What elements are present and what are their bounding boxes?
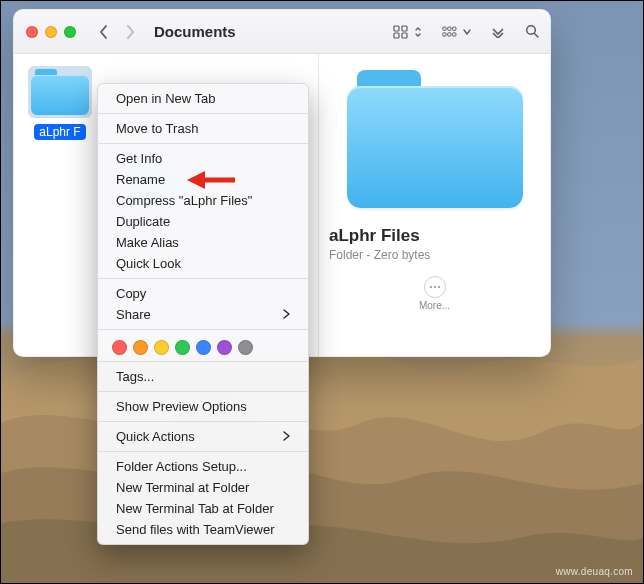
svg-point-12 bbox=[430, 286, 432, 288]
more-label: More... bbox=[419, 300, 450, 311]
fullscreen-window-button[interactable] bbox=[64, 26, 76, 38]
svg-rect-5 bbox=[448, 27, 451, 30]
svg-rect-0 bbox=[394, 26, 399, 31]
titlebar: Documents bbox=[14, 10, 550, 54]
svg-rect-8 bbox=[448, 32, 451, 35]
preview-title: aLphr Files bbox=[329, 226, 550, 246]
menu-item-show-preview-options[interactable]: Show Preview Options bbox=[98, 396, 308, 417]
preview-folder-icon bbox=[347, 70, 523, 208]
menu-item-make-alias[interactable]: Make Alias bbox=[98, 232, 308, 253]
svg-rect-4 bbox=[443, 27, 446, 30]
menu-item-copy[interactable]: Copy bbox=[98, 283, 308, 304]
svg-rect-3 bbox=[402, 33, 407, 38]
minimize-window-button[interactable] bbox=[45, 26, 57, 38]
chevron-right-icon bbox=[283, 307, 290, 322]
menu-item-label: Send files with TeamViewer bbox=[116, 522, 275, 537]
updown-icon bbox=[414, 26, 422, 38]
chevron-right-icon bbox=[283, 429, 290, 444]
menu-item-label: Folder Actions Setup... bbox=[116, 459, 247, 474]
toolbar-overflow-button[interactable] bbox=[491, 26, 505, 38]
menu-item-label: Make Alias bbox=[116, 235, 179, 250]
menu-item-rename[interactable]: Rename bbox=[98, 169, 308, 190]
preview-pane: aLphr Files Folder - Zero bytes More... bbox=[319, 54, 550, 356]
more-actions-button[interactable]: More... bbox=[415, 276, 455, 311]
menu-item-new-terminal-tab-at-folder[interactable]: New Terminal Tab at Folder bbox=[98, 498, 308, 519]
preview-subtitle: Folder - Zero bytes bbox=[329, 248, 550, 262]
menu-item-label: Compress "aLphr Files" bbox=[116, 193, 252, 208]
chevron-down-icon bbox=[463, 28, 471, 36]
tag-color-dot[interactable] bbox=[112, 340, 127, 355]
nav-back-button[interactable] bbox=[98, 25, 110, 39]
svg-rect-7 bbox=[443, 32, 446, 35]
tag-color-dot[interactable] bbox=[175, 340, 190, 355]
menu-item-label: Share bbox=[116, 307, 151, 322]
close-window-button[interactable] bbox=[26, 26, 38, 38]
menu-item-get-info[interactable]: Get Info bbox=[98, 148, 308, 169]
menu-item-share[interactable]: Share bbox=[98, 304, 308, 325]
svg-point-13 bbox=[434, 286, 436, 288]
window-title: Documents bbox=[154, 23, 393, 40]
tag-color-dot[interactable] bbox=[154, 340, 169, 355]
tag-color-dot[interactable] bbox=[196, 340, 211, 355]
folder-icon bbox=[31, 69, 89, 115]
context-menu: Open in New TabMove to TrashGet InfoRena… bbox=[97, 83, 309, 545]
menu-item-label: Quick Actions bbox=[116, 429, 195, 444]
menu-item-label: New Terminal Tab at Folder bbox=[116, 501, 274, 516]
view-mode-button[interactable] bbox=[393, 25, 422, 39]
menu-item-label: Rename bbox=[116, 172, 165, 187]
group-by-button[interactable] bbox=[442, 25, 471, 39]
menu-item-open-in-new-tab[interactable]: Open in New Tab bbox=[98, 88, 308, 109]
menu-item-quick-actions[interactable]: Quick Actions bbox=[98, 426, 308, 447]
menu-item-tags[interactable]: Tags... bbox=[98, 366, 308, 387]
tag-color-dot[interactable] bbox=[238, 340, 253, 355]
traffic-lights bbox=[26, 26, 76, 38]
menu-item-compress-alphr-files[interactable]: Compress "aLphr Files" bbox=[98, 190, 308, 211]
tag-color-row bbox=[98, 334, 308, 357]
nav-forward-button[interactable] bbox=[124, 25, 136, 39]
menu-item-send-files-with-teamviewer[interactable]: Send files with TeamViewer bbox=[98, 519, 308, 540]
folder-label: aLphr F bbox=[34, 124, 85, 140]
menu-item-label: Duplicate bbox=[116, 214, 170, 229]
svg-point-14 bbox=[438, 286, 440, 288]
watermark: www.deuaq.com bbox=[556, 566, 633, 577]
menu-item-folder-actions-setup[interactable]: Folder Actions Setup... bbox=[98, 456, 308, 477]
folder-item-selected[interactable]: aLphr F bbox=[24, 66, 96, 344]
menu-item-label: Tags... bbox=[116, 369, 154, 384]
menu-item-label: Move to Trash bbox=[116, 121, 198, 136]
svg-rect-2 bbox=[394, 33, 399, 38]
menu-item-label: Get Info bbox=[116, 151, 162, 166]
tag-color-dot[interactable] bbox=[133, 340, 148, 355]
search-button[interactable] bbox=[525, 24, 540, 39]
svg-rect-6 bbox=[453, 27, 456, 30]
menu-item-label: Quick Look bbox=[116, 256, 181, 271]
menu-item-label: Show Preview Options bbox=[116, 399, 247, 414]
menu-item-label: Open in New Tab bbox=[116, 91, 216, 106]
menu-item-move-to-trash[interactable]: Move to Trash bbox=[98, 118, 308, 139]
svg-rect-9 bbox=[453, 32, 456, 35]
menu-item-duplicate[interactable]: Duplicate bbox=[98, 211, 308, 232]
menu-item-label: Copy bbox=[116, 286, 146, 301]
tag-color-dot[interactable] bbox=[217, 340, 232, 355]
svg-rect-1 bbox=[402, 26, 407, 31]
menu-item-label: New Terminal at Folder bbox=[116, 480, 249, 495]
svg-line-11 bbox=[535, 34, 539, 38]
menu-item-quick-look[interactable]: Quick Look bbox=[98, 253, 308, 274]
ellipsis-icon bbox=[424, 276, 446, 298]
menu-item-new-terminal-at-folder[interactable]: New Terminal at Folder bbox=[98, 477, 308, 498]
